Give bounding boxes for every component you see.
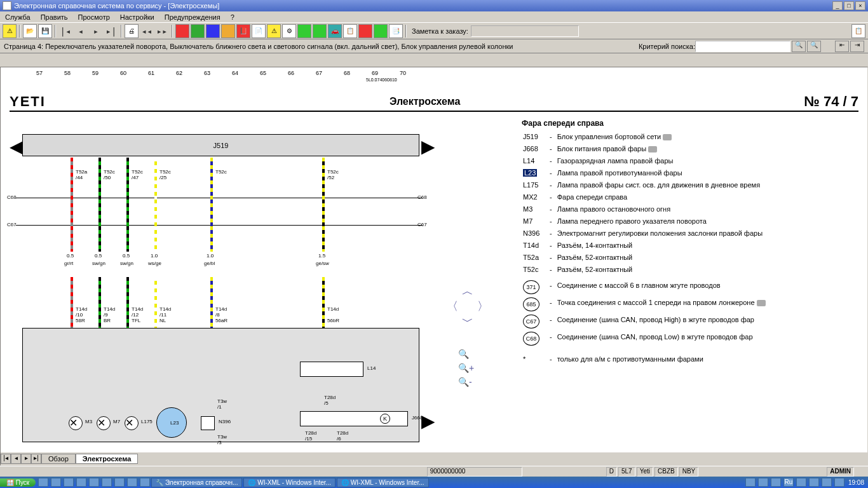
- tool-icon-8[interactable]: [358, 24, 372, 38]
- tool-icon-3[interactable]: [206, 24, 220, 38]
- wiring-diagram: ◀ ▶ J519 C68 C68 C67 C67 T52a/440.5gr/rt…: [10, 118, 423, 449]
- content-area: 57 58 59 60 61 62 63 64 65 66 67 68 69 7…: [0, 67, 868, 466]
- page-icon[interactable]: 📄: [252, 24, 266, 38]
- zoom-in-icon[interactable]: 🔍+: [458, 361, 474, 375]
- menu-help[interactable]: ?: [226, 12, 240, 22]
- nav-control: ︿ 〈 〉 ﹀: [445, 283, 490, 328]
- search-label: Критерий поиска:: [639, 43, 695, 50]
- tray-icon[interactable]: [114, 478, 125, 487]
- collapse-button[interactable]: ⇤: [835, 41, 849, 52]
- tray-icon[interactable]: [51, 478, 61, 487]
- nav-first-button[interactable]: |◂: [58, 24, 72, 38]
- systray-icon[interactable]: [796, 478, 806, 487]
- menu-service[interactable]: Служба: [0, 12, 36, 22]
- tab-scroll-first[interactable]: |◂: [1, 454, 11, 464]
- component-box: ✕ M3 ✕ M7 ✕ L175 L23 N396 T3w /1 T3w /3 …: [22, 328, 419, 442]
- systray-icon[interactable]: [745, 478, 756, 487]
- warning-icon[interactable]: ⚠: [3, 24, 17, 38]
- tray-icon[interactable]: [127, 478, 137, 487]
- diagram-number: № 74 / 7: [804, 93, 858, 110]
- titlebar: Электронная справочная система по сервис…: [0, 0, 868, 11]
- task-item[interactable]: 🌐 WI-XML - Windows Inter...: [337, 478, 429, 487]
- nav-back-button[interactable]: ◂◂: [140, 24, 154, 38]
- tool-icon-4[interactable]: [221, 24, 235, 38]
- systray-icon[interactable]: [771, 478, 781, 487]
- start-button[interactable]: 🪟 Пуск: [0, 478, 36, 487]
- expand-button[interactable]: ⇥: [850, 41, 864, 52]
- gear-icon[interactable]: ⚙: [282, 24, 296, 38]
- close-button[interactable]: ×: [855, 1, 865, 10]
- minimize-button[interactable]: _: [832, 1, 843, 10]
- tab-scroll-last[interactable]: ▸|: [31, 454, 41, 464]
- zoom-control: 🔍 🔍+ 🔍-: [458, 347, 474, 389]
- search-button-2[interactable]: 🔍: [807, 41, 821, 52]
- tab-scroll-next[interactable]: ▸: [21, 454, 31, 464]
- nav-last-button[interactable]: ▸|: [104, 24, 118, 38]
- open-icon[interactable]: 📂: [23, 24, 37, 38]
- tray-icon[interactable]: [38, 478, 48, 487]
- nav-up-icon[interactable]: ︿: [462, 283, 473, 299]
- tab-scroll-prev[interactable]: ◂: [11, 454, 21, 464]
- tool-icon-7[interactable]: 📋: [343, 24, 357, 38]
- systray-icon[interactable]: [822, 478, 832, 487]
- tool-icon-6[interactable]: [313, 24, 327, 38]
- nav-prev-button[interactable]: ◂: [74, 24, 88, 38]
- systray-icon[interactable]: [758, 478, 768, 487]
- tool-icon-2[interactable]: [191, 24, 205, 38]
- tray-icon[interactable]: [89, 478, 99, 487]
- search-button-1[interactable]: 🔍: [792, 41, 806, 52]
- systray-icon[interactable]: [834, 478, 844, 487]
- window-title: Электронная справочная система по сервис…: [14, 2, 219, 10]
- lang-indicator[interactable]: Ru: [783, 478, 794, 487]
- tool-icon-5[interactable]: [297, 24, 311, 38]
- tray-icon[interactable]: [140, 478, 150, 487]
- nav-fwd-button[interactable]: ▸▸: [155, 24, 169, 38]
- l14-block: [300, 362, 363, 377]
- arrow-right-2-icon[interactable]: ▶: [421, 410, 435, 431]
- tool-icon-9[interactable]: [374, 24, 388, 38]
- arrow-right-icon[interactable]: ▶: [421, 136, 435, 157]
- nav-left-icon[interactable]: 〈: [447, 299, 458, 314]
- zoom-fit-icon[interactable]: 🔍: [458, 347, 474, 361]
- clock[interactable]: 19:08: [844, 479, 868, 486]
- car-icon[interactable]: 🚗: [328, 24, 342, 38]
- task-item[interactable]: 🔧 Электронная справочн...: [151, 478, 242, 487]
- save-icon[interactable]: 💾: [38, 24, 52, 38]
- tray-icon[interactable]: [76, 478, 86, 487]
- page-title: Страница 4: Переключатель указателей пов…: [4, 43, 513, 50]
- nav-down-icon[interactable]: ﹀: [462, 314, 473, 329]
- m3-lamp: ✕: [69, 416, 83, 430]
- j668-block: K: [300, 411, 408, 426]
- zoom-out-icon[interactable]: 🔍-: [458, 375, 474, 389]
- print-icon[interactable]: 🖨: [125, 24, 139, 38]
- search-input[interactable]: [695, 41, 790, 52]
- app-icon: [3, 1, 11, 10]
- pagebar: Страница 4: Переключатель указателей пов…: [0, 39, 868, 53]
- m7-lamp: ✕: [97, 416, 111, 430]
- systray-icon[interactable]: [809, 478, 819, 487]
- toolbar: ⚠ 📂 💾 |◂ ◂ ▸ ▸| 🖨 ◂◂ ▸▸ 📕 📄 ⚠ ⚙ 🚗 📋 📑 За…: [0, 23, 868, 39]
- menu-view[interactable]: Просмотр: [73, 12, 115, 22]
- tab-overview[interactable]: Обзор: [41, 454, 76, 464]
- tool-icon-10[interactable]: 📑: [389, 24, 403, 38]
- menu-settings[interactable]: Настройки: [115, 12, 159, 22]
- diagram-header: YETI Электросхема № 74 / 7: [10, 93, 858, 112]
- book-icon[interactable]: 📕: [236, 24, 250, 38]
- menu-warnings[interactable]: Предупреждения: [159, 12, 226, 22]
- tray-icon[interactable]: [102, 478, 112, 487]
- n396-block: [201, 416, 215, 430]
- nav-right-icon[interactable]: 〉: [477, 299, 489, 314]
- task-item[interactable]: 🌐 WI-XML - Windows Inter...: [243, 478, 336, 487]
- maximize-button[interactable]: □: [844, 1, 854, 10]
- tray-icon[interactable]: [64, 478, 74, 487]
- clipboard-icon[interactable]: 📋: [851, 24, 865, 38]
- tab-schematic[interactable]: Электросхема: [76, 454, 139, 464]
- note-input[interactable]: [471, 25, 579, 37]
- arrow-left-icon[interactable]: ◀: [10, 136, 24, 157]
- warn2-icon[interactable]: ⚠: [267, 24, 281, 38]
- tab-bar: |◂ ◂ ▸ ▸| Обзор Электросхема: [1, 452, 867, 465]
- nav-next-button[interactable]: ▸: [89, 24, 103, 38]
- menu-edit[interactable]: Править: [36, 12, 73, 22]
- tool-icon-1[interactable]: [175, 24, 189, 38]
- j519-block: J519: [22, 134, 419, 156]
